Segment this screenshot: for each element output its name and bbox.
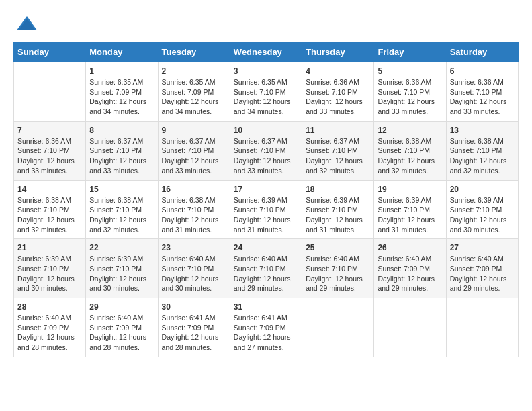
day-cell-31: 31Sunrise: 6:41 AMSunset: 7:09 PMDayligh… (230, 298, 302, 357)
day-info: Sunrise: 6:38 AMSunset: 7:10 PMDaylight:… (378, 136, 442, 176)
day-info: Sunrise: 6:36 AMSunset: 7:10 PMDaylight:… (306, 77, 370, 117)
day-number: 17 (234, 185, 298, 194)
day-number: 10 (234, 126, 298, 135)
day-cell-17: 17Sunrise: 6:39 AMSunset: 7:10 PMDayligh… (230, 180, 302, 239)
day-info: Sunrise: 6:39 AMSunset: 7:10 PMDaylight:… (17, 254, 82, 293)
day-number: 24 (234, 243, 298, 253)
week-row-1: 1Sunrise: 6:35 AMSunset: 7:09 PMDaylight… (14, 62, 519, 122)
day-cell-12: 12Sunrise: 6:38 AMSunset: 7:10 PMDayligh… (374, 121, 446, 180)
day-cell-26: 26Sunrise: 6:40 AMSunset: 7:09 PMDayligh… (374, 239, 446, 298)
day-info: Sunrise: 6:35 AMSunset: 7:10 PMDaylight:… (234, 77, 298, 117)
day-info: Sunrise: 6:40 AMSunset: 7:09 PMDaylight:… (378, 254, 442, 293)
day-cell-19: 19Sunrise: 6:39 AMSunset: 7:10 PMDayligh… (374, 180, 446, 239)
empty-cell (374, 298, 446, 357)
day-cell-18: 18Sunrise: 6:39 AMSunset: 7:10 PMDayligh… (302, 180, 374, 239)
day-number: 12 (378, 126, 442, 135)
day-info: Sunrise: 6:36 AMSunset: 7:10 PMDaylight:… (378, 77, 442, 117)
day-cell-22: 22Sunrise: 6:39 AMSunset: 7:10 PMDayligh… (86, 239, 158, 298)
empty-cell (302, 298, 374, 357)
day-info: Sunrise: 6:40 AMSunset: 7:10 PMDaylight:… (162, 254, 226, 293)
day-cell-24: 24Sunrise: 6:40 AMSunset: 7:10 PMDayligh… (230, 239, 302, 298)
day-number: 25 (306, 243, 370, 253)
day-number: 31 (234, 302, 298, 312)
day-number: 2 (162, 66, 226, 76)
day-cell-6: 6Sunrise: 6:36 AMSunset: 7:10 PMDaylight… (446, 62, 518, 122)
week-row-2: 7Sunrise: 6:36 AMSunset: 7:10 PMDaylight… (14, 121, 519, 180)
day-cell-16: 16Sunrise: 6:38 AMSunset: 7:10 PMDayligh… (158, 180, 230, 239)
day-number: 21 (17, 243, 82, 253)
day-info: Sunrise: 6:38 AMSunset: 7:10 PMDaylight:… (89, 195, 154, 235)
day-number: 16 (162, 185, 226, 194)
day-cell-15: 15Sunrise: 6:38 AMSunset: 7:10 PMDayligh… (86, 180, 158, 239)
day-header-friday: Friday (374, 42, 446, 62)
day-info: Sunrise: 6:37 AMSunset: 7:10 PMDaylight:… (306, 136, 370, 176)
day-cell-25: 25Sunrise: 6:40 AMSunset: 7:10 PMDayligh… (302, 239, 374, 298)
day-cell-7: 7Sunrise: 6:36 AMSunset: 7:10 PMDaylight… (14, 121, 86, 180)
day-number: 27 (450, 243, 515, 253)
calendar-table: SundayMondayTuesdayWednesdayThursdayFrid… (13, 42, 519, 357)
day-info: Sunrise: 6:37 AMSunset: 7:10 PMDaylight:… (89, 136, 154, 176)
day-info: Sunrise: 6:40 AMSunset: 7:09 PMDaylight:… (450, 254, 515, 293)
day-number: 30 (162, 302, 226, 312)
day-number: 18 (306, 185, 370, 194)
day-info: Sunrise: 6:39 AMSunset: 7:10 PMDaylight:… (306, 195, 370, 235)
week-row-3: 14Sunrise: 6:38 AMSunset: 7:10 PMDayligh… (14, 180, 519, 239)
day-number: 1 (89, 66, 154, 76)
day-info: Sunrise: 6:40 AMSunset: 7:10 PMDaylight:… (306, 254, 370, 293)
day-number: 3 (234, 66, 298, 76)
day-cell-1: 1Sunrise: 6:35 AMSunset: 7:09 PMDaylight… (86, 62, 158, 122)
day-cell-2: 2Sunrise: 6:35 AMSunset: 7:09 PMDaylight… (158, 62, 230, 122)
day-cell-30: 30Sunrise: 6:41 AMSunset: 7:09 PMDayligh… (158, 298, 230, 357)
day-info: Sunrise: 6:39 AMSunset: 7:10 PMDaylight:… (89, 254, 154, 293)
day-number: 6 (450, 66, 515, 76)
day-header-sunday: Sunday (14, 42, 86, 62)
day-info: Sunrise: 6:41 AMSunset: 7:09 PMDaylight:… (234, 313, 298, 353)
day-cell-27: 27Sunrise: 6:40 AMSunset: 7:09 PMDayligh… (446, 239, 518, 298)
day-number: 15 (89, 185, 154, 194)
day-number: 13 (450, 126, 515, 135)
day-info: Sunrise: 6:38 AMSunset: 7:10 PMDaylight:… (162, 195, 226, 235)
day-number: 5 (378, 66, 442, 76)
day-info: Sunrise: 6:40 AMSunset: 7:09 PMDaylight:… (17, 313, 82, 353)
day-cell-4: 4Sunrise: 6:36 AMSunset: 7:10 PMDaylight… (302, 62, 374, 122)
day-number: 9 (162, 126, 226, 135)
empty-cell (14, 62, 86, 122)
day-number: 11 (306, 126, 370, 135)
day-header-tuesday: Tuesday (158, 42, 230, 62)
day-header-saturday: Saturday (446, 42, 518, 62)
day-number: 22 (89, 243, 154, 253)
day-number: 26 (378, 243, 442, 253)
page-header (13, 13, 519, 35)
day-number: 23 (162, 243, 226, 253)
day-number: 7 (17, 126, 82, 135)
day-info: Sunrise: 6:39 AMSunset: 7:10 PMDaylight:… (234, 195, 298, 235)
day-info: Sunrise: 6:39 AMSunset: 7:10 PMDaylight:… (378, 195, 442, 235)
day-number: 29 (89, 302, 154, 312)
day-cell-21: 21Sunrise: 6:39 AMSunset: 7:10 PMDayligh… (14, 239, 86, 298)
day-info: Sunrise: 6:36 AMSunset: 7:10 PMDaylight:… (450, 77, 515, 117)
day-info: Sunrise: 6:36 AMSunset: 7:10 PMDaylight:… (17, 136, 82, 176)
day-cell-5: 5Sunrise: 6:36 AMSunset: 7:10 PMDaylight… (374, 62, 446, 122)
day-cell-20: 20Sunrise: 6:39 AMSunset: 7:10 PMDayligh… (446, 180, 518, 239)
day-number: 4 (306, 66, 370, 76)
day-header-monday: Monday (86, 42, 158, 62)
day-cell-28: 28Sunrise: 6:40 AMSunset: 7:09 PMDayligh… (14, 298, 86, 357)
day-info: Sunrise: 6:35 AMSunset: 7:09 PMDaylight:… (162, 77, 226, 117)
day-cell-14: 14Sunrise: 6:38 AMSunset: 7:10 PMDayligh… (14, 180, 86, 239)
empty-cell (446, 298, 518, 357)
day-cell-3: 3Sunrise: 6:35 AMSunset: 7:10 PMDaylight… (230, 62, 302, 122)
day-info: Sunrise: 6:41 AMSunset: 7:09 PMDaylight:… (162, 313, 226, 353)
day-info: Sunrise: 6:39 AMSunset: 7:10 PMDaylight:… (450, 195, 515, 235)
day-cell-23: 23Sunrise: 6:40 AMSunset: 7:10 PMDayligh… (158, 239, 230, 298)
day-cell-8: 8Sunrise: 6:37 AMSunset: 7:10 PMDaylight… (86, 121, 158, 180)
day-cell-11: 11Sunrise: 6:37 AMSunset: 7:10 PMDayligh… (302, 121, 374, 180)
day-number: 14 (17, 185, 82, 194)
day-info: Sunrise: 6:37 AMSunset: 7:10 PMDaylight:… (234, 136, 298, 176)
day-cell-9: 9Sunrise: 6:37 AMSunset: 7:10 PMDaylight… (158, 121, 230, 180)
logo-icon (16, 13, 38, 35)
day-cell-29: 29Sunrise: 6:40 AMSunset: 7:09 PMDayligh… (86, 298, 158, 357)
day-cell-10: 10Sunrise: 6:37 AMSunset: 7:10 PMDayligh… (230, 121, 302, 180)
logo (13, 13, 38, 35)
day-info: Sunrise: 6:40 AMSunset: 7:09 PMDaylight:… (89, 313, 154, 353)
day-header-thursday: Thursday (302, 42, 374, 62)
